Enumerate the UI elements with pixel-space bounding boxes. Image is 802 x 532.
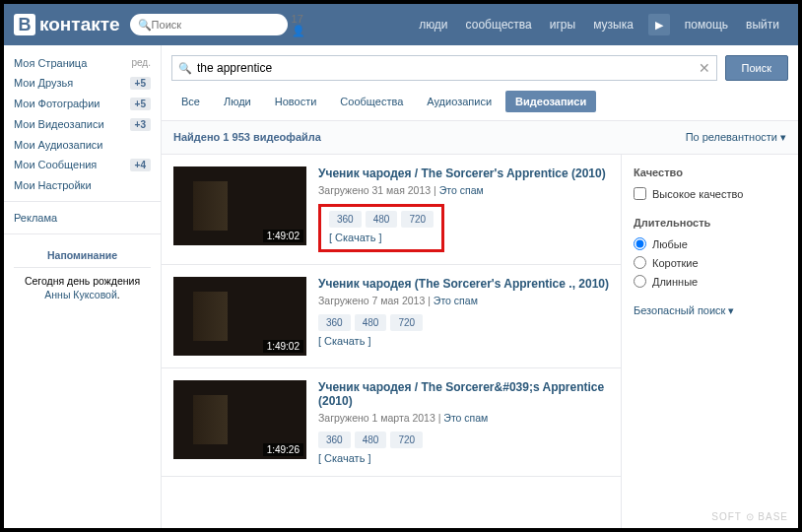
upload-date: Загружено 31 мая 2013 bbox=[318, 184, 431, 196]
count-badge: +5 bbox=[130, 77, 151, 90]
nav-music[interactable]: музыка bbox=[584, 4, 642, 45]
sidebar-photos[interactable]: Мои Фотографии +5 bbox=[4, 94, 161, 114]
video-thumbnail[interactable]: 1:49:02 bbox=[173, 166, 306, 245]
search-row: 🔍 ✕ Поиск bbox=[162, 45, 798, 91]
download-link[interactable]: [ Скачать ] bbox=[318, 452, 370, 464]
radio-short[interactable] bbox=[634, 256, 646, 269]
video-list: 1:49:02 Ученик чародея / The Sorcerer's … bbox=[162, 155, 621, 528]
download-link[interactable]: [ Скачать ] bbox=[329, 232, 381, 243]
video-item: 1:49:26 Ученик чародея / The Sorcerer&#0… bbox=[162, 368, 621, 477]
quality-720[interactable]: 720 bbox=[390, 432, 423, 448]
sidebar-item-label: Мои Видеозаписи bbox=[14, 118, 104, 131]
tab-audio[interactable]: Аудиозаписи bbox=[417, 91, 501, 112]
sidebar-ads[interactable]: Реклама bbox=[4, 208, 161, 228]
quality-720[interactable]: 720 bbox=[390, 314, 423, 331]
radio-any[interactable] bbox=[634, 237, 646, 250]
spam-link[interactable]: Это спам bbox=[434, 295, 478, 306]
video-info: Ученик чародея (The Sorcerer's Apprentic… bbox=[318, 277, 609, 356]
tab-communities[interactable]: Сообщества bbox=[330, 91, 413, 112]
filter-duration-long[interactable]: Длинные bbox=[634, 272, 786, 291]
filter-label: Любые bbox=[652, 238, 688, 250]
nav-communities[interactable]: сообщества bbox=[457, 4, 541, 45]
quality-480[interactable]: 480 bbox=[355, 432, 387, 448]
sidebar-audio[interactable]: Мои Аудиозаписи bbox=[4, 135, 161, 155]
search-box: 🔍 ✕ bbox=[171, 55, 717, 81]
video-item: 1:49:02 Ученик чародея / The Sorcerer's … bbox=[162, 155, 621, 265]
reminder-text: день рождения bbox=[67, 275, 140, 287]
upload-date: Загружено 1 марта 2013 bbox=[318, 412, 435, 424]
quality-480[interactable]: 480 bbox=[355, 314, 387, 331]
video-duration: 1:49:02 bbox=[263, 340, 303, 353]
reminder-text: Сегодня bbox=[25, 275, 67, 287]
video-meta: Загружено 1 марта 2013 | Это спам bbox=[318, 412, 609, 424]
filters-panel: Качество Высокое качество Длительность Л… bbox=[621, 155, 798, 528]
tab-news[interactable]: Новости bbox=[265, 91, 327, 112]
quality-360[interactable]: 360 bbox=[318, 432, 351, 448]
divider bbox=[4, 233, 161, 234]
filter-duration-short[interactable]: Короткие bbox=[634, 253, 786, 272]
nav-people[interactable]: люди bbox=[410, 4, 456, 45]
tab-video[interactable]: Видеозаписи bbox=[505, 91, 596, 112]
edit-link[interactable]: ред. bbox=[131, 57, 151, 69]
filter-title: Длительность bbox=[634, 217, 786, 229]
notification-count[interactable]: 17 👤 bbox=[292, 13, 305, 37]
video-meta: Загружено 7 мая 2013 | Это спам bbox=[318, 295, 609, 306]
download-link[interactable]: [ Скачать ] bbox=[318, 335, 370, 347]
nav-help[interactable]: помощь bbox=[676, 4, 737, 45]
filter-hq[interactable]: Высокое качество bbox=[634, 184, 786, 203]
quality-480[interactable]: 480 bbox=[366, 211, 398, 228]
video-duration: 1:49:02 bbox=[263, 230, 303, 242]
filter-duration-any[interactable]: Любые bbox=[634, 234, 786, 253]
spam-link[interactable]: Это спам bbox=[443, 412, 488, 424]
tab-all[interactable]: Все bbox=[171, 91, 210, 112]
logo[interactable]: В контакте bbox=[14, 14, 120, 35]
tab-people[interactable]: Люди bbox=[214, 91, 261, 112]
checkbox-hq[interactable] bbox=[634, 187, 646, 200]
header-search-input[interactable] bbox=[152, 19, 288, 31]
filter-quality: Качество Высокое качество bbox=[634, 166, 786, 203]
search-input[interactable] bbox=[197, 61, 699, 75]
play-icon[interactable]: ▶ bbox=[648, 14, 670, 35]
reminder-box: Напоминание Сегодня день рождения Анны К… bbox=[4, 240, 161, 310]
reminder-text: . bbox=[117, 289, 120, 300]
radio-long[interactable] bbox=[634, 275, 646, 288]
sidebar-my-page[interactable]: Моя Страница ред. bbox=[4, 53, 161, 73]
filter-duration: Длительность Любые Короткие Длинные bbox=[634, 217, 786, 291]
sidebar-item-label: Реклама bbox=[14, 212, 57, 224]
sidebar-friends[interactable]: Мои Друзья +5 bbox=[4, 73, 161, 94]
video-title[interactable]: Ученик чародея / The Sorcerer&#039;s App… bbox=[318, 380, 609, 408]
quality-360[interactable]: 360 bbox=[318, 314, 351, 331]
filter-title: Качество bbox=[634, 166, 786, 178]
nav-games[interactable]: игры bbox=[541, 4, 584, 45]
video-title[interactable]: Ученик чародея (The Sorcerer's Apprentic… bbox=[318, 277, 609, 291]
video-thumbnail[interactable]: 1:49:02 bbox=[173, 277, 306, 356]
count-badge: +5 bbox=[130, 98, 151, 110]
video-item: 1:49:02 Ученик чародея (The Sorcerer's A… bbox=[162, 265, 621, 368]
sort-dropdown[interactable]: По релевантности ▾ bbox=[686, 131, 786, 144]
video-thumbnail[interactable]: 1:49:26 bbox=[173, 380, 306, 459]
tabs: Все Люди Новости Сообщества Аудиозаписи … bbox=[162, 91, 798, 121]
sidebar-videos[interactable]: Мои Видеозаписи +3 bbox=[4, 114, 161, 135]
video-meta: Загружено 31 мая 2013 | Это спам bbox=[318, 184, 609, 196]
nav-logout[interactable]: выйти bbox=[737, 4, 788, 45]
results-header: Найдено 1 953 видеофайла По релевантност… bbox=[162, 121, 798, 155]
sidebar-item-label: Мои Сообщения bbox=[14, 159, 97, 171]
video-title[interactable]: Ученик чародея / The Sorcerer's Apprenti… bbox=[318, 166, 609, 180]
video-duration: 1:49:26 bbox=[263, 443, 303, 456]
header: В контакте 🔍 17 👤 люди сообщества игры м… bbox=[4, 4, 798, 45]
search-button[interactable]: Поиск bbox=[725, 55, 788, 81]
reminder-link[interactable]: Анны Куксовой bbox=[44, 289, 117, 300]
safe-search-toggle[interactable]: Безопасный поиск ▾ bbox=[634, 304, 786, 317]
filter-label: Короткие bbox=[652, 257, 699, 269]
sidebar: Моя Страница ред. Мои Друзья +5 Мои Фото… bbox=[4, 45, 162, 528]
quality-360[interactable]: 360 bbox=[329, 211, 362, 228]
quality-720[interactable]: 720 bbox=[401, 211, 434, 228]
spam-link[interactable]: Это спам bbox=[439, 184, 484, 196]
clear-icon[interactable]: ✕ bbox=[699, 60, 710, 76]
video-info: Ученик чародея / The Sorcerer&#039;s App… bbox=[318, 380, 609, 464]
sidebar-settings[interactable]: Мои Настройки bbox=[4, 175, 161, 195]
filter-label: Длинные bbox=[652, 276, 698, 288]
sidebar-item-label: Моя Страница bbox=[14, 57, 87, 69]
header-search[interactable]: 🔍 17 👤 bbox=[130, 14, 288, 35]
sidebar-messages[interactable]: Мои Сообщения +4 bbox=[4, 155, 161, 175]
